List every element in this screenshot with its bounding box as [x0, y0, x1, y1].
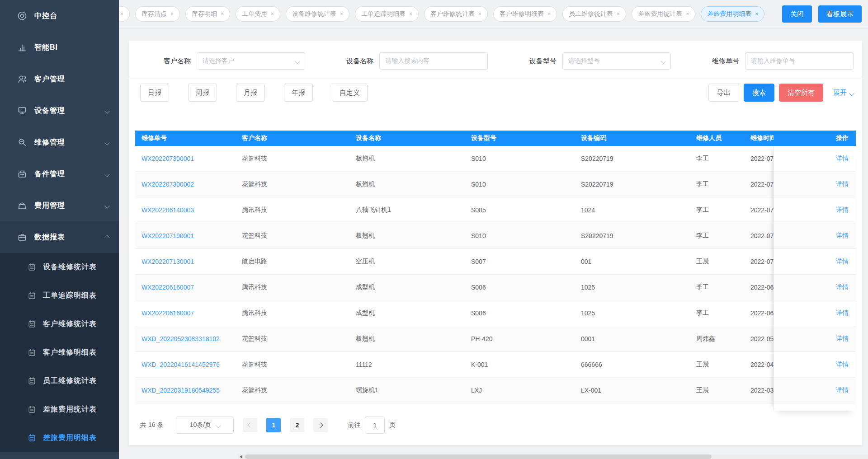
table-row: WX202207300001花篮科技板翘机S010S20220719李工2022…: [135, 146, 856, 172]
sidebar-item[interactable]: 设备管理: [0, 95, 119, 126]
goto-page-input[interactable]: [365, 417, 385, 434]
tab-close-icon[interactable]: ×: [120, 11, 123, 17]
sidebar-subitem[interactable]: 工单追踪明细表: [0, 281, 119, 310]
order-number-link[interactable]: WX202207300001: [135, 155, 236, 162]
sidebar-item[interactable]: 费用管理: [0, 190, 119, 221]
tab-close-icon[interactable]: ×: [409, 11, 412, 17]
order-number-link[interactable]: WXD_20220319180549255: [135, 387, 236, 394]
table-cell: 花篮科技: [236, 232, 349, 240]
tab-chip[interactable]: 设备维修统计表×: [286, 6, 349, 22]
period-button[interactable]: 自定义: [332, 84, 368, 102]
table-cell: K-001: [465, 361, 575, 368]
sidebar-subitem[interactable]: 客户维修明细表: [0, 338, 119, 367]
tab-chip[interactable]: 工单追踪明细表×: [355, 6, 419, 22]
tab-chip[interactable]: 客户维修统计表×: [424, 6, 488, 22]
tab-close-icon[interactable]: ×: [478, 11, 481, 17]
detail-link[interactable]: 详情: [836, 386, 849, 394]
scrollbar-thumb[interactable]: [245, 454, 712, 459]
sidebar-subitem-label: 客户维修明细表: [43, 348, 97, 357]
period-button[interactable]: 月报: [236, 84, 265, 102]
table-cell: 李工: [690, 283, 744, 291]
sidebar-item[interactable]: 智能BI: [0, 32, 119, 63]
tab-chip[interactable]: 库存明细×: [185, 6, 230, 22]
tab-close-icon[interactable]: ×: [686, 11, 689, 17]
board-display-button[interactable]: 看板展示: [818, 5, 862, 23]
sidebar-item[interactable]: 维修管理: [0, 126, 119, 158]
tab-chip[interactable]: 工单费用×: [236, 6, 280, 22]
tab-close-icon[interactable]: ×: [755, 11, 758, 17]
tab-close-icon[interactable]: ×: [221, 11, 224, 17]
table-cell: 李工: [690, 206, 744, 214]
sidebar-subitem[interactable]: 设备维修统计表: [0, 253, 119, 281]
tab-close-icon[interactable]: ×: [170, 11, 174, 17]
tab-chip-list: ×库存清点×库存明细×工单费用×设备维修统计表×工单追踪明细表×客户维修统计表×…: [122, 6, 764, 22]
order-number-link[interactable]: WX202207190001: [135, 232, 236, 239]
detail-link[interactable]: 详情: [836, 309, 849, 317]
prev-page-button[interactable]: [243, 418, 257, 432]
customers-icon: [17, 74, 28, 84]
filter-field: 客户名称请选择客户: [164, 52, 305, 70]
order-number-link[interactable]: WX202206140003: [135, 206, 236, 214]
detail-link[interactable]: 详情: [836, 155, 849, 163]
page-size-select[interactable]: 10条/页: [176, 417, 234, 434]
actions-cell: 详情: [774, 352, 856, 378]
tab-actions: 关闭 看板展示: [782, 5, 862, 23]
sidebar-item[interactable]: 中控台: [0, 0, 119, 32]
sidebar-subitem[interactable]: 差旅费用统计表: [0, 395, 119, 424]
page-number-button[interactable]: 1: [266, 418, 281, 432]
actions-cell: 详情: [774, 249, 856, 275]
detail-link[interactable]: 详情: [836, 206, 849, 214]
search-button[interactable]: 搜索: [744, 84, 774, 102]
period-button[interactable]: 日报: [140, 84, 169, 102]
sidebar-subitem[interactable]: 客户维修统计表: [0, 310, 119, 338]
page-number-button[interactable]: 2: [290, 418, 304, 432]
tab-chip[interactable]: ×: [119, 6, 130, 22]
order-number-link[interactable]: WXD_20220416141452976: [135, 361, 236, 368]
tab-chip[interactable]: 差旅费用统计表×: [632, 6, 695, 22]
sidebar-subitem[interactable]: 差旅费用明细表: [0, 424, 119, 452]
toolbar-actions: 导出 搜索 清空所有 展开: [708, 84, 854, 102]
detail-link[interactable]: 详情: [836, 335, 849, 343]
tab-close-icon[interactable]: ×: [547, 11, 551, 17]
order-number-link[interactable]: WXD_20220523083318102: [135, 335, 236, 342]
table-cell: 王晨: [690, 386, 744, 394]
filter-select[interactable]: 请选择客户: [197, 52, 305, 70]
order-number-link[interactable]: WX202207300002: [135, 181, 236, 188]
next-page-button[interactable]: [313, 418, 328, 432]
tab-chip[interactable]: 库存清点×: [135, 6, 180, 22]
tab-close-icon[interactable]: ×: [617, 11, 620, 17]
detail-link[interactable]: 详情: [836, 180, 849, 188]
tab-chip[interactable]: 员工维修统计表×: [562, 6, 626, 22]
clear-all-button[interactable]: 清空所有: [779, 84, 823, 102]
period-button[interactable]: 周报: [188, 84, 217, 102]
detail-link[interactable]: 详情: [836, 258, 849, 266]
period-button[interactable]: 年报: [284, 84, 313, 102]
order-number-link[interactable]: WX202206160007: [135, 284, 236, 291]
close-button[interactable]: 关闭: [782, 5, 812, 23]
sidebar-subitem[interactable]: 员工维修统计表: [0, 367, 119, 395]
expand-toggle[interactable]: 展开: [833, 89, 854, 97]
horizontal-scrollbar[interactable]: [238, 454, 868, 459]
chevron-up-icon: [105, 233, 109, 241]
filter-field: 设备名称请输入搜索内容: [346, 52, 488, 70]
tab-close-icon[interactable]: ×: [271, 11, 274, 17]
table-cell: LX-001: [575, 387, 690, 394]
detail-link[interactable]: 详情: [836, 283, 849, 291]
sidebar-item[interactable]: 客户管理: [0, 63, 119, 95]
placeholder-text: 请输入搜索内容: [385, 57, 429, 65]
filter-select[interactable]: 请选择型号: [562, 52, 671, 70]
export-button[interactable]: 导出: [708, 84, 739, 102]
tab-chip[interactable]: 差旅费用明细表×: [701, 6, 764, 22]
detail-link[interactable]: 详情: [836, 361, 849, 369]
sidebar-item[interactable]: 备件管理: [0, 158, 119, 190]
filter-input[interactable]: 请输入搜索内容: [379, 52, 488, 70]
order-number-link[interactable]: WX202206160007: [135, 309, 236, 317]
sidebar-item[interactable]: 数据报表: [0, 221, 119, 253]
order-number-link[interactable]: WX202207130001: [135, 258, 236, 265]
tab-close-icon[interactable]: ×: [340, 11, 343, 17]
filter-input[interactable]: 请输入维修单号: [745, 52, 854, 70]
detail-link[interactable]: 详情: [836, 232, 849, 240]
tab-chip[interactable]: 客户维修明细表×: [493, 6, 557, 22]
sidebar-menu: 中控台智能BI客户管理设备管理维修管理备件管理费用管理数据报表设备维修统计表工单…: [0, 0, 119, 452]
scroll-left-arrow-icon[interactable]: [240, 455, 242, 459]
